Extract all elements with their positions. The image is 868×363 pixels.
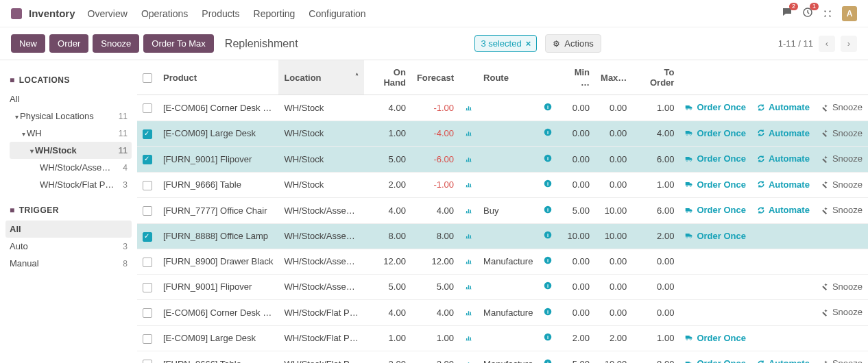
- forecast-chart-icon[interactable]: [465, 181, 472, 189]
- sidebar-item-wh-stock-flat[interactable]: WH/Stock/Flat P…3: [10, 176, 132, 193]
- automate-link[interactable]: Automate: [757, 179, 810, 190]
- cell-max[interactable]: 0.00: [595, 121, 632, 147]
- pager-next-button[interactable]: ›: [841, 36, 857, 52]
- row-checkbox[interactable]: [143, 308, 152, 318]
- sidebar-item-trigger-all[interactable]: All: [5, 221, 132, 238]
- cell-toorder[interactable]: 2.00: [632, 223, 679, 249]
- info-icon[interactable]: i: [544, 281, 552, 292]
- table-row[interactable]: [FURN_8888] Office LampWH/Stock/Asse…8.0…: [137, 223, 868, 249]
- snooze-link[interactable]: Snooze: [821, 179, 863, 190]
- forecast-chart-icon[interactable]: [465, 334, 472, 342]
- cell-min[interactable]: 0.00: [557, 274, 595, 300]
- automate-link[interactable]: Automate: [757, 102, 810, 112]
- sidebar-item-wh[interactable]: ▾WH 11: [10, 125, 132, 142]
- cell-min[interactable]: 2.00: [557, 325, 595, 351]
- app-name[interactable]: Inventory: [29, 8, 75, 19]
- cell-max[interactable]: 0.00: [595, 95, 632, 121]
- order-once-link[interactable]: Order Once: [685, 205, 746, 215]
- info-icon[interactable]: i: [544, 256, 552, 266]
- table-row[interactable]: [E-COM06] Corner Desk …WH/Stock4.00-1.00…: [137, 95, 868, 121]
- menu-item-overview[interactable]: Overview: [88, 8, 128, 19]
- cell-min[interactable]: 0.00: [557, 249, 595, 275]
- row-checkbox[interactable]: [143, 103, 152, 113]
- cell-max[interactable]: 0.00: [595, 274, 632, 300]
- pager-prev-button[interactable]: ‹: [819, 36, 835, 52]
- snooze-link[interactable]: Snooze: [821, 153, 863, 164]
- pager-text[interactable]: 1-11 / 11: [778, 38, 813, 49]
- col-route[interactable]: Route: [478, 60, 538, 95]
- col-location[interactable]: Location˄: [278, 60, 363, 95]
- cell-toorder[interactable]: 6.00: [632, 198, 679, 224]
- row-checkbox[interactable]: [143, 129, 152, 139]
- menu-item-configuration[interactable]: Configuration: [309, 8, 365, 19]
- row-checkbox[interactable]: [143, 181, 152, 190]
- cell-min[interactable]: 0.00: [557, 172, 595, 198]
- cell-toorder[interactable]: 1.00: [632, 172, 679, 198]
- forecast-chart-icon[interactable]: [465, 283, 472, 291]
- menu-item-operations[interactable]: Operations: [141, 8, 188, 19]
- row-checkbox[interactable]: [143, 258, 152, 267]
- cell-min[interactable]: 0.00: [557, 300, 595, 326]
- debug-icon[interactable]: [823, 9, 832, 18]
- info-icon[interactable]: i: [544, 128, 552, 138]
- cell-toorder[interactable]: 8.00: [632, 351, 679, 363]
- sidebar-item-trigger-auto[interactable]: Auto3: [5, 238, 132, 255]
- col-onhand[interactable]: On Hand: [364, 60, 411, 95]
- sidebar-item-trigger-manual[interactable]: Manual8: [5, 255, 132, 272]
- table-row[interactable]: [FURN_9001] FlipoverWH/Stock5.00-6.00i0.…: [137, 147, 868, 173]
- snooze-link[interactable]: Snooze: [821, 205, 863, 215]
- snooze-link[interactable]: Snooze: [821, 307, 863, 317]
- forecast-chart-icon[interactable]: [465, 207, 472, 215]
- cell-toorder[interactable]: 0.00: [632, 249, 679, 275]
- clear-selection-icon[interactable]: ×: [526, 38, 531, 49]
- cell-min[interactable]: 5.00: [557, 198, 595, 224]
- info-icon[interactable]: i: [544, 231, 552, 241]
- cell-min[interactable]: 0.00: [557, 95, 595, 121]
- automate-link[interactable]: Automate: [757, 205, 810, 215]
- sidebar-item-wh-stock[interactable]: ▾WH/Stock 11: [10, 142, 132, 159]
- sidebar-item-wh-stock-asse[interactable]: WH/Stock/Asse…4: [10, 159, 132, 176]
- new-button[interactable]: New: [11, 34, 45, 53]
- forecast-chart-icon[interactable]: [465, 104, 472, 112]
- row-checkbox[interactable]: [143, 232, 152, 242]
- order-once-link[interactable]: Order Once: [685, 128, 746, 138]
- table-row[interactable]: [E-COM06] Corner Desk …WH/Stock/Flat P…4…: [137, 300, 868, 326]
- order-once-link[interactable]: Order Once: [685, 153, 746, 164]
- selection-pill[interactable]: 3 selected ×: [474, 35, 537, 52]
- row-checkbox[interactable]: [143, 155, 152, 164]
- cell-max[interactable]: 0.00: [595, 172, 632, 198]
- cell-max[interactable]: 2.00: [595, 325, 632, 351]
- order-to-max-button[interactable]: Order To Max: [143, 34, 214, 53]
- cell-min[interactable]: 5.00: [557, 351, 595, 363]
- order-once-link[interactable]: Order Once: [685, 358, 746, 363]
- cell-min[interactable]: 0.00: [557, 147, 595, 173]
- snooze-button[interactable]: Snooze: [93, 34, 139, 53]
- col-max[interactable]: Max…: [595, 60, 632, 95]
- info-icon[interactable]: i: [544, 308, 552, 318]
- row-checkbox[interactable]: [143, 283, 152, 292]
- cell-max[interactable]: 0.00: [595, 147, 632, 173]
- table-row[interactable]: [FURN_7777] Office ChairWH/Stock/Asse…4.…: [137, 198, 868, 224]
- table-row[interactable]: [FURN_9001] FlipoverWH/Stock/Asse…5.005.…: [137, 274, 868, 300]
- forecast-chart-icon[interactable]: [465, 360, 472, 363]
- app-icon[interactable]: [11, 8, 22, 19]
- info-icon[interactable]: i: [544, 154, 552, 164]
- table-row[interactable]: [E-COM09] Large DeskWH/Stock/Flat P…1.00…: [137, 325, 868, 351]
- cell-min[interactable]: 0.00: [557, 121, 595, 147]
- forecast-chart-icon[interactable]: [465, 258, 472, 266]
- snooze-link[interactable]: Snooze: [821, 102, 863, 112]
- row-checkbox[interactable]: [143, 334, 152, 344]
- sidebar-item-physical-locations[interactable]: ▾Physical Locations 11: [10, 108, 132, 125]
- info-icon[interactable]: i: [544, 205, 552, 216]
- table-row[interactable]: [FURN_8900] Drawer BlackWH/Stock/Asse…12…: [137, 249, 868, 275]
- automate-link[interactable]: Automate: [757, 153, 810, 164]
- forecast-chart-icon[interactable]: [465, 129, 472, 138]
- forecast-chart-icon[interactable]: [465, 232, 472, 240]
- cell-toorder[interactable]: 4.00: [632, 121, 679, 147]
- snooze-link[interactable]: Snooze: [821, 281, 863, 292]
- order-once-link[interactable]: Order Once: [685, 179, 746, 190]
- automate-link[interactable]: Automate: [757, 128, 810, 138]
- info-icon[interactable]: i: [544, 103, 552, 113]
- cell-max[interactable]: 10.00: [595, 198, 632, 224]
- col-toorder[interactable]: To Order: [632, 60, 679, 95]
